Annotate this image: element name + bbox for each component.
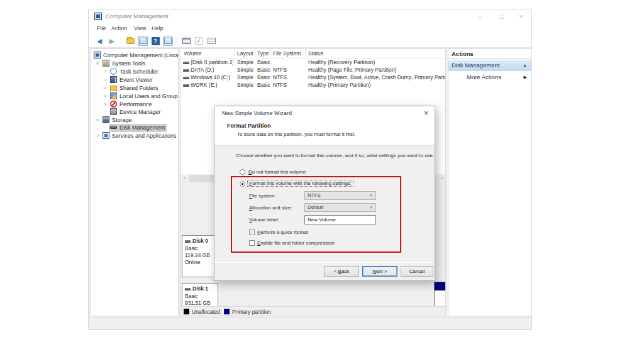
performance-icon	[110, 101, 117, 108]
volume-icon	[183, 84, 189, 87]
tree-item-system-tools[interactable]: v System Tools	[91, 60, 178, 68]
volume-layout: Simple	[237, 59, 253, 65]
chevron-right-icon[interactable]: >	[104, 101, 107, 107]
chevron-down-icon[interactable]: v	[96, 60, 99, 66]
volume-status: Healthy (Primary Partition)	[308, 82, 445, 88]
volume-status: Healthy (Page File, Primary Partition)	[308, 67, 445, 73]
collapse-icon[interactable]: ▲	[523, 63, 527, 67]
column-separator[interactable]	[305, 49, 306, 57]
menu-help[interactable]: Help	[152, 25, 164, 31]
chevron-right-icon[interactable]: >	[96, 133, 99, 138]
minimize-button[interactable]: –	[474, 11, 486, 21]
chevron-down-icon[interactable]: v	[96, 117, 99, 123]
volume-row[interactable]: DATA (D:) Simple Basic NTFS Healthy (Pag…	[180, 67, 445, 74]
tree-item-computer-management[interactable]: Computer Management (Local)	[91, 52, 178, 60]
report-icon[interactable]	[206, 36, 216, 46]
actions-group-disk-management[interactable]: Disk Management ▲	[448, 60, 531, 71]
compression-label[interactable]: Enable file and folder compression	[257, 240, 335, 246]
submenu-arrow-icon: ▶	[524, 75, 527, 80]
chevron-right-icon[interactable]: >	[104, 85, 107, 91]
menu-file[interactable]: File	[97, 25, 106, 31]
tree-item-label: Performance	[119, 101, 152, 108]
close-icon[interactable]: ×	[424, 109, 428, 118]
volume-name: DATA (D:)	[191, 67, 233, 73]
column-header-file-system[interactable]: File System	[273, 50, 301, 57]
close-button[interactable]: ×	[514, 11, 527, 21]
tree-item-label: Local Users and Groups	[119, 93, 179, 99]
export-folder-icon[interactable]	[125, 36, 135, 46]
forward-icon[interactable]: ▶	[107, 36, 117, 46]
help-icon[interactable]: ?	[150, 36, 160, 46]
chevron-right-icon[interactable]: >	[104, 69, 107, 74]
volume-layout: Simple	[237, 67, 253, 73]
tree-item-services-applications[interactable]: > Services and Applications	[91, 132, 178, 140]
disk-status: Online	[185, 259, 218, 266]
show-action-pane-icon[interactable]	[163, 36, 173, 46]
tree-item-label: Shared Folders	[119, 85, 158, 91]
dialog-title: New Simple Volume Wizard	[222, 110, 292, 116]
more-actions-item[interactable]: More Actions ▶	[448, 72, 531, 82]
volume-row[interactable]: Windows 10 (C:) Simple Basic NTFS Health…	[180, 74, 445, 82]
volume-icon	[183, 77, 189, 79]
menu-view[interactable]: View	[134, 25, 146, 31]
compression-checkbox[interactable]	[249, 240, 255, 246]
tree-item-event-viewer[interactable]: > Event Viewer	[91, 76, 178, 84]
scrollbar-thumb[interactable]	[189, 175, 216, 182]
column-separator[interactable]	[255, 49, 255, 57]
menu-action[interactable]: Action	[111, 25, 127, 31]
column-header-layout[interactable]: Layout	[237, 50, 253, 57]
tree-item-task-scheduler[interactable]: > Task Scheduler	[91, 68, 178, 76]
tree-item-label: Task Scheduler	[119, 69, 158, 75]
column-header-status[interactable]: Status	[308, 50, 323, 57]
tree-item-local-users-groups[interactable]: > Local Users and Groups	[91, 92, 178, 101]
cancel-button[interactable]: Cancel	[401, 266, 433, 277]
disk-0-header[interactable]: Disk 0 Basic 119,24 GB Online	[182, 235, 218, 277]
actions-group-label: Disk Management	[452, 62, 500, 69]
disk-title: Disk 0	[185, 238, 218, 244]
chevron-right-icon[interactable]: >	[104, 77, 107, 82]
new-simple-volume-wizard-dialog: New Simple Volume Wizard × Format Partit…	[214, 106, 435, 281]
status-bar	[89, 317, 531, 329]
title-bar: Computer Management – □ ×	[89, 9, 531, 23]
column-separator[interactable]	[235, 49, 235, 57]
tree-item-label: Event Viewer	[119, 77, 153, 83]
column-header-type[interactable]: Type	[257, 50, 269, 57]
column-header-volume[interactable]: Volume	[184, 50, 201, 57]
allocation-unit-label: Allocation unit size:	[249, 205, 292, 211]
tree-item-disk-management[interactable]: Disk Management	[91, 124, 178, 132]
volume-row[interactable]: WORK (E:) Simple Basic NTFS Healthy (Pri…	[180, 82, 445, 89]
tree-item-label: Storage	[112, 117, 132, 123]
maximize-button[interactable]: □	[495, 11, 508, 21]
file-system-dropdown[interactable]: NTFS ▼	[304, 191, 376, 200]
volume-label-input[interactable]	[304, 215, 376, 224]
quick-format-label[interactable]: Perform a quick format	[257, 229, 308, 235]
allocation-unit-dropdown[interactable]: Default ▼	[304, 203, 376, 212]
show-console-tree-icon[interactable]	[138, 36, 148, 46]
volume-layout: Simple	[237, 74, 253, 80]
next-button[interactable]: Next >	[362, 266, 397, 277]
column-separator[interactable]	[270, 49, 270, 57]
back-icon[interactable]: ◀	[94, 36, 104, 46]
back-button[interactable]: < Back	[324, 266, 359, 277]
radio-format-volume[interactable]	[240, 181, 245, 187]
system-tools-icon	[103, 60, 109, 67]
disk-type: Basic	[185, 293, 218, 300]
scroll-right-icon[interactable]: >	[438, 174, 446, 183]
volume-row[interactable]: (Disk 0 partition 2) Simple Basic Health…	[180, 59, 445, 67]
quick-format-checkbox[interactable]: ✓	[249, 229, 255, 235]
device-manager-icon	[110, 108, 117, 115]
toolbar-separator	[177, 37, 177, 45]
radio-format-volume-label[interactable]: Format this volume with the following se…	[247, 180, 353, 187]
button-separator	[214, 262, 435, 263]
primary-partition-band	[435, 282, 445, 290]
radio-do-not-format[interactable]	[240, 169, 245, 175]
console-icon[interactable]	[181, 36, 191, 46]
radio-do-not-format-label[interactable]: Do not format this volume	[248, 169, 306, 175]
tree-item-device-manager[interactable]: Device Manager	[91, 108, 178, 116]
disk-management-icon	[110, 126, 117, 129]
toolbar-separator	[121, 37, 121, 45]
tree-item-shared-folders[interactable]: > Shared Folders	[91, 84, 178, 92]
chevron-right-icon[interactable]: >	[104, 93, 107, 99]
scroll-left-icon[interactable]: <	[180, 174, 189, 183]
check-disk-icon[interactable]: ✓	[194, 36, 204, 46]
